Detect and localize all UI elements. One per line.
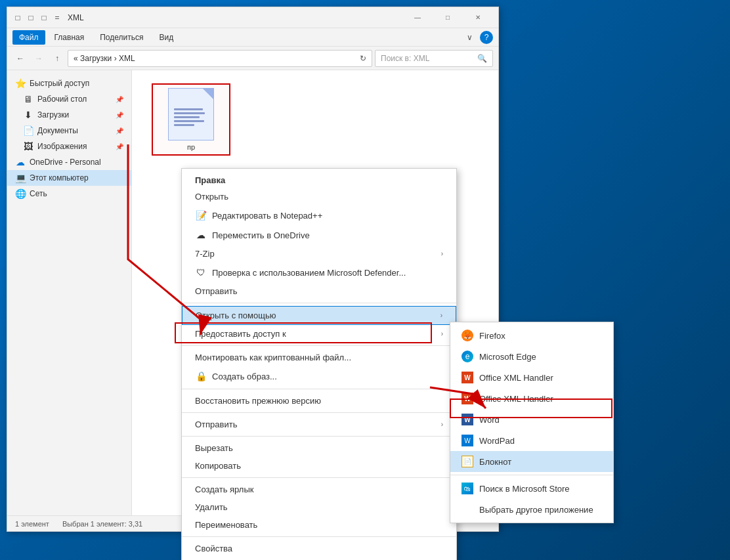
close-button[interactable]: ✕: [463, 7, 493, 28]
ctx-delete-label: Удалить: [195, 502, 228, 512]
title-icon-2: □: [26, 12, 36, 23]
maximize-button[interactable]: □: [433, 7, 463, 28]
ctx-create-shortcut[interactable]: Создать ярлык: [182, 481, 456, 498]
ctx-7zip[interactable]: 7-Zip ›: [182, 245, 456, 263]
sidebar-item-desktop[interactable]: 🖥 Рабочий стол 📌: [7, 91, 131, 107]
edge-icon: e: [461, 350, 474, 363]
ctx-copy-label: Копировать: [195, 461, 241, 471]
forward-button[interactable]: →: [31, 51, 47, 66]
sidebar-item-pictures[interactable]: 🖼 Изображения 📌: [7, 139, 131, 154]
menu-bar: Файл Главная Поделиться Вид ∨ ?: [7, 28, 498, 47]
search-box[interactable]: Поиск в: XML 🔍: [375, 50, 493, 67]
path-text: « Загрузки › XML: [74, 54, 135, 63]
collapse-btn[interactable]: ∨: [462, 30, 477, 45]
sub-office-handler-2[interactable]: W Office XML Handler: [450, 388, 613, 409]
ctx-open-with-arrow: ›: [440, 312, 442, 319]
defender-icon: 🛡: [195, 267, 207, 278]
help-btn[interactable]: ?: [480, 31, 493, 44]
file-line-5: [174, 124, 194, 126]
explorer-window: □ □ □ = XML — □ ✕ Файл Главная Поделитьс…: [7, 7, 499, 532]
onedrive-icon: ☁: [15, 157, 26, 167]
ctx-share[interactable]: Предоставить доступ к ›: [182, 325, 456, 343]
ctx-7zip-label: 7-Zip: [195, 249, 215, 259]
sub-office-handler-1[interactable]: W Office XML Handler: [450, 367, 613, 388]
store-icon: 🛍: [461, 482, 474, 495]
sub-edge[interactable]: e Microsoft Edge: [450, 346, 613, 367]
office-handler-2-icon: W: [461, 392, 474, 405]
file-lines: [169, 98, 213, 131]
sidebar-label-quick-access: Быстрый доступ: [30, 79, 89, 88]
search-placeholder: Поиск в: XML: [381, 54, 429, 63]
ctx-notepadpp-label: Редактировать в Notepad++: [212, 211, 322, 221]
menu-home[interactable]: Главная: [48, 30, 91, 45]
sidebar-item-downloads[interactable]: ⬇ Загрузки 📌: [7, 107, 131, 123]
sub-firefox[interactable]: 🦊 Firefox: [450, 325, 613, 346]
menu-view[interactable]: Вид: [152, 30, 180, 45]
documents-pin: 📌: [116, 127, 123, 135]
sidebar-item-quick-access[interactable]: ⭐ Быстрый доступ: [7, 75, 131, 91]
sidebar-item-this-pc[interactable]: 💻 Этот компьютер: [7, 170, 131, 186]
title-bar-icons: □ □ □ =: [12, 12, 62, 23]
sidebar-item-network[interactable]: 🌐 Сеть: [7, 186, 131, 202]
ctx-send1[interactable]: Отправить: [182, 282, 456, 300]
ctx-send2[interactable]: Отправить ›: [182, 416, 456, 433]
downloads-icon: ⬇: [23, 110, 33, 120]
ctx-open-with[interactable]: Открыть с помощью ›: [182, 306, 456, 325]
notepadpp-icon: 📝: [195, 209, 207, 221]
ctx-restore[interactable]: Восстановить прежнюю версию: [182, 392, 456, 410]
ctx-copy[interactable]: Копировать: [182, 457, 456, 475]
choose-app-icon: [461, 503, 474, 516]
sub-notepad[interactable]: 📄 Блокнот: [450, 451, 613, 472]
ctx-send2-arrow: ›: [441, 421, 443, 428]
ctx-create-image[interactable]: 🔒 Создать образ...: [182, 366, 456, 386]
ctx-delete[interactable]: Удалить: [182, 498, 456, 516]
ctx-defender[interactable]: 🛡 Проверка с использованием Microsoft De…: [182, 263, 456, 282]
sidebar-item-documents[interactable]: 📄 Документы 📌: [7, 123, 131, 139]
ctx-mount[interactable]: Монтировать как криптованный файл...: [182, 349, 456, 366]
sub-choose-app[interactable]: Выбрать другое приложение: [450, 499, 613, 520]
back-button[interactable]: ←: [12, 51, 28, 66]
ctx-sep-3: [182, 389, 456, 389]
menu-share[interactable]: Поделиться: [93, 30, 150, 45]
ctx-properties-label: Свойства: [195, 544, 232, 553]
ctx-restore-label: Восстановить прежнюю версию: [195, 396, 321, 406]
sub-store[interactable]: 🛍 Поиск в Microsoft Store: [450, 478, 613, 499]
ctx-properties[interactable]: Свойства: [182, 540, 456, 557]
ctx-cut[interactable]: Вырезать: [182, 439, 456, 457]
sub-edge-label: Microsoft Edge: [479, 352, 536, 362]
ctx-open[interactable]: Открыть: [182, 188, 456, 205]
sub-word[interactable]: W Word: [450, 409, 613, 430]
ctx-onedrive[interactable]: ☁ Переместить в OneDrive: [182, 225, 456, 245]
up-button[interactable]: ↑: [49, 51, 65, 66]
menu-bar-right: ∨ ?: [462, 30, 493, 45]
sub-firefox-label: Firefox: [479, 331, 505, 341]
sub-office-handler-2-label: Office XML Handler: [479, 394, 553, 404]
documents-icon: 📄: [23, 125, 33, 136]
file-icon-container[interactable]: пр: [152, 83, 230, 156]
sub-office-handler-1-label: Office XML Handler: [479, 373, 553, 383]
desktop-pin: 📌: [116, 96, 123, 103]
minimize-button[interactable]: —: [402, 7, 433, 28]
sub-wordpad[interactable]: W WordPad: [450, 430, 613, 451]
firefox-icon: 🦊: [461, 329, 474, 342]
file-icon: [168, 88, 214, 140]
pictures-icon: 🖼: [23, 141, 33, 152]
file-line-3: [174, 116, 200, 118]
ctx-open-label: Открыть: [195, 192, 228, 202]
ctx-notepadpp[interactable]: 📝 Редактировать в Notepad++: [182, 205, 456, 225]
menu-file[interactable]: Файл: [12, 30, 45, 45]
window-title: XML: [68, 13, 402, 22]
ctx-share-label: Предоставить доступ к: [195, 329, 286, 339]
status-count: 1 элемент: [15, 520, 49, 528]
title-icon-3: □: [39, 12, 49, 23]
sidebar-item-onedrive[interactable]: ☁ OneDrive - Personal: [7, 154, 131, 170]
title-bar: □ □ □ = XML — □ ✕: [7, 7, 498, 28]
refresh-icon[interactable]: ↻: [360, 54, 366, 63]
title-icon-1: □: [12, 12, 23, 23]
network-icon: 🌐: [15, 188, 26, 199]
address-path[interactable]: « Загрузки › XML ↻: [68, 50, 372, 67]
sub-notepad-label: Блокнот: [479, 457, 511, 467]
ctx-rename[interactable]: Переименовать: [182, 516, 456, 534]
sidebar-label-onedrive: OneDrive - Personal: [30, 158, 101, 167]
ctx-share-arrow: ›: [441, 330, 443, 337]
